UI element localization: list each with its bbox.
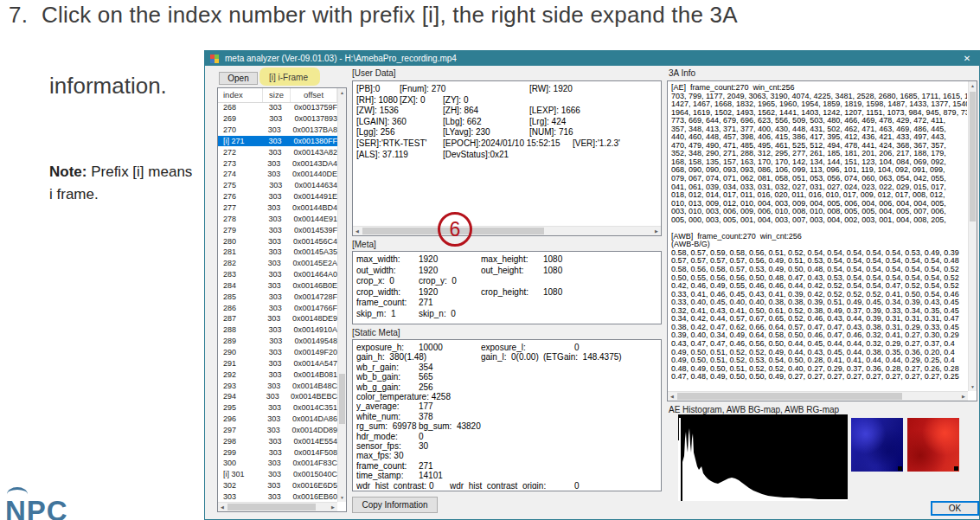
text-line: wdr_hist_contrast: 0 wdr_hist_contrast_o… <box>356 481 660 489</box>
scroll-right-icon[interactable] <box>959 392 968 401</box>
text-line: frame_count: 271 <box>356 461 660 471</box>
table-row[interactable]: 293 303 0x0014B48C <box>218 380 337 391</box>
scroll-right-icon[interactable] <box>652 227 661 235</box>
3a-vertical-scrollbar[interactable] <box>968 81 977 391</box>
ok-button[interactable]: OK <box>931 501 979 516</box>
iframe-legend-label: [i] i-Frame <box>269 73 308 82</box>
table-row[interactable]: 275 303 0x00144634 <box>218 180 337 191</box>
table-horizontal-scrollbar[interactable] <box>218 502 337 511</box>
table-row[interactable]: 283 303 0x001464A0 <box>218 269 337 280</box>
text-line: [PB]:0 [Fnum]: 270 [RW]: 1920 <box>356 84 660 95</box>
table-vertical-scrollbar[interactable] <box>337 88 346 502</box>
text-line: rg_sum: 69978 bg_sum: 43820 <box>356 421 660 431</box>
table-row[interactable]: 286 303 0x0014766F <box>218 302 337 313</box>
meta-text: max_width: 1920 max_height: 1080out_widt… <box>356 254 660 322</box>
column-header-offset[interactable]: offset <box>291 88 337 102</box>
scroll-down-icon[interactable] <box>338 493 346 502</box>
maps-label: AE Histogram, AWB BG-map, AWB RG-map <box>669 405 839 414</box>
table-row[interactable]: 277 303 0x00144BD4 <box>218 202 337 214</box>
table-row[interactable]: 268 303 0x0013759F <box>218 102 337 113</box>
meta-analyzer-window: meta analyzer (Ver-09.01.03) - H:\AmebaP… <box>204 50 980 520</box>
scroll-right-icon[interactable] <box>329 503 337 511</box>
scrollbar-thumb[interactable] <box>339 374 345 424</box>
table-row[interactable]: 294 303 0x0014BEBC <box>218 391 337 402</box>
scroll-up-icon[interactable] <box>338 88 346 97</box>
index-table-rows: 268 303 0x0013759F 269 303 0x00137893 27… <box>218 102 337 502</box>
awb-rg-map-image <box>907 418 959 472</box>
copy-information-button[interactable]: Copy Information <box>352 497 438 513</box>
text-line: max_width: 1920 max_height: 1080 <box>356 254 660 266</box>
table-row[interactable]: [i] 271 303 0x001380FF <box>218 136 337 147</box>
table-row[interactable]: 299 303 0x0014F508 <box>218 446 337 458</box>
index-table[interactable]: index size offset 268 303 0x0013759F 269… <box>217 87 347 512</box>
table-row[interactable]: 287 303 0x00148DE9 <box>218 313 337 324</box>
text-line: frame_count: 271 <box>356 298 660 309</box>
table-row[interactable]: 292 303 0x0014B081 <box>218 369 337 380</box>
table-row[interactable]: 302 303 0x0016E6D5 <box>218 480 337 491</box>
awb-bg-map-image <box>851 418 903 472</box>
scroll-left-icon[interactable] <box>668 392 676 401</box>
user-data-horizontal-scrollbar[interactable] <box>353 226 661 235</box>
user-data-panel[interactable]: [PB]:0 [Fnum]: 270 [RW]: 1920[RH]: 1080 … <box>352 80 662 236</box>
3a-info-panel[interactable]: [AE] frame_count:270 win_cnt:256703, 799… <box>667 80 977 401</box>
table-row[interactable]: 288 303 0x0014910A <box>218 324 337 336</box>
table-row[interactable]: 270 303 0x00137BA8 <box>218 125 337 136</box>
table-row[interactable]: 284 303 0x00146B0E <box>218 280 337 292</box>
table-row[interactable]: 272 303 0x00143A82 <box>218 146 337 157</box>
column-header-index[interactable]: index <box>218 88 263 102</box>
text-line: [AWB] frame_count:270 win_cnt:256 <box>671 233 967 241</box>
text-line: color_temperature: 4258 <box>356 392 660 401</box>
text-line: wb_g_gain: 256 <box>356 382 660 392</box>
scroll-left-icon[interactable] <box>353 227 362 235</box>
step6-circle-annotation: 6 <box>438 212 472 247</box>
table-row[interactable]: 295 303 0x0014C351 <box>218 402 337 414</box>
table-row[interactable]: [i] 301 303 0x0015040C <box>218 469 337 480</box>
open-button[interactable]: Open <box>219 72 258 85</box>
close-icon[interactable]: ✕ <box>955 51 979 66</box>
scrollbar-thumb[interactable] <box>970 92 976 221</box>
text-line: 0.47, 0.48, 0.49, 0.50, 0.50, 0.49, 0.27… <box>671 373 967 382</box>
scrollbar-thumb[interactable] <box>677 393 902 400</box>
table-row[interactable]: 274 303 0x001440DE <box>218 169 337 180</box>
scroll-left-icon[interactable] <box>218 503 227 511</box>
table-row[interactable]: 278 303 0x00144E91 <box>218 213 337 224</box>
index-table-header: index size offset <box>218 88 337 103</box>
table-row[interactable]: 273 303 0x00143DA4 <box>218 157 337 169</box>
table-row[interactable]: 289 303 0x00149548 <box>218 336 337 347</box>
step-number: 7. <box>9 2 42 29</box>
table-row[interactable]: 276 303 0x0014491E <box>218 191 337 202</box>
table-row[interactable]: 300 303 0x0014F83C <box>218 458 337 469</box>
static-meta-text: exposure_h: 10000 exposure_l: 0gain_h: 3… <box>356 343 660 489</box>
scrollbar-thumb[interactable] <box>227 504 316 510</box>
column-header-size[interactable]: size <box>263 88 291 102</box>
table-row[interactable]: 281 303 0x00145A35 <box>218 247 337 258</box>
table-row[interactable]: 279 303 0x0014539F <box>218 224 337 235</box>
table-row[interactable]: 303 303 0x0016EB60 <box>218 491 337 502</box>
table-row[interactable]: 282 303 0x00145E2A <box>218 258 337 269</box>
3a-horizontal-scrollbar[interactable] <box>668 391 968 401</box>
text-line: wb_b_gain: 565 <box>356 372 660 382</box>
meta-panel[interactable]: max_width: 1920 max_height: 1080out_widt… <box>352 251 662 324</box>
window-title: meta analyzer (Ver-09.01.03) - H:\AmebaP… <box>225 54 457 63</box>
title-bar[interactable]: meta analyzer (Ver-09.01.03) - H:\AmebaP… <box>205 51 979 66</box>
text-line: max_fps: 30 <box>356 451 660 460</box>
note-label: Note: <box>49 164 86 180</box>
table-row[interactable]: 297 303 0x0014DD89 <box>218 424 337 435</box>
step-text-line2: information. <box>49 73 167 100</box>
scroll-up-icon[interactable] <box>969 81 977 90</box>
app-icon <box>210 55 219 63</box>
text-line: time_stamp: 14101 <box>356 471 660 480</box>
text-line: hdr_mode: 0 <box>356 432 660 441</box>
table-row[interactable]: 298 303 0x0014E554 <box>218 435 337 446</box>
table-row[interactable]: 285 303 0x0014728F <box>218 291 337 302</box>
table-row[interactable]: 269 303 0x00137893 <box>218 113 337 125</box>
table-row[interactable]: 290 303 0x00149F20 <box>218 347 337 358</box>
ae-histogram-image <box>678 414 848 501</box>
static-meta-panel[interactable]: exposure_h: 10000 exposure_l: 0gain_h: 3… <box>352 339 662 491</box>
scroll-down-icon[interactable] <box>969 382 977 391</box>
table-row[interactable]: 280 303 0x001456C4 <box>218 235 337 247</box>
table-row[interactable]: 291 303 0x0014A547 <box>218 357 337 369</box>
step-heading: 7.Click on the index number with prefix … <box>9 2 738 29</box>
table-row[interactable]: 296 303 0x0014DA86 <box>218 414 337 425</box>
map-corner-marker <box>954 466 958 471</box>
